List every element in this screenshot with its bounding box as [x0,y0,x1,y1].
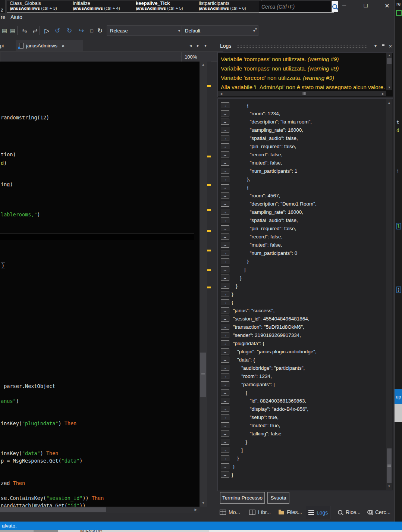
log-line[interactable]: →{ [218,298,385,306]
tab-janusadminws[interactable]: janusAdminws × [16,40,83,51]
stop-icon[interactable]: □ [87,26,96,35]
log-line[interactable]: → ] [218,265,385,273]
log-line[interactable]: → "muted": false, [218,241,385,249]
log-line[interactable]: → "id": 8824003681369863, [218,397,385,405]
panel-drag-handle[interactable] [236,45,368,48]
function-tab[interactable]: keepalive_TickjanusAdminws (ctrl + 5) [133,0,198,13]
log-line[interactable]: → { [218,183,385,191]
log-line[interactable]: → "talking": false [218,429,385,438]
log-line[interactable]: → "muted": true, [218,421,385,429]
bookmark-mark[interactable] [207,250,211,251]
log-line[interactable]: → "record": false, [218,232,385,241]
log-line[interactable]: → "pin_required": false, [218,224,385,232]
debug-step-out-icon[interactable]: ↪ [77,26,86,35]
tool-tab-libr[interactable]: Libr... [247,506,273,519]
debug-step-over-icon[interactable]: ↻ [65,26,74,35]
debug-step-into-icon[interactable]: ↺ [53,26,62,35]
module-back-icon[interactable]: ⇆ [20,26,29,35]
editor-horizontal-scrollbar[interactable]: ▶ [0,507,200,513]
log-line[interactable]: → "room": 1234, [218,372,385,380]
function-tab[interactable]: InitializejanusAdminws (ctrl + 4) [70,0,135,13]
log-line[interactable]: → "sampling_rate": 16000, [218,208,385,216]
function-tab[interactable]: listparticipantsjanusAdminws (ctrl + 6) [196,0,261,13]
scroll-up-icon[interactable]: ▲ [386,100,392,105]
bookmark-mark[interactable] [207,230,211,232]
log-line[interactable]: → "num_participants": 1 [218,167,385,175]
log-line[interactable]: → "num_participants": 0 [218,249,385,257]
bookmark-mark[interactable] [207,287,211,288]
previous-tab-fragment[interactable]: pi [0,43,4,48]
menu-item-partial[interactable]: re [1,14,5,20]
log-line[interactable]: → "sender": 2190193269917334, [218,331,385,339]
logs-panel-header[interactable]: Logs ▾ × [216,41,394,51]
function-tab[interactable]: Class_GlobalsjanusAdminws (ctrl + 3) [7,0,72,13]
tab-scroll-left-icon[interactable]: ◂ [189,43,192,48]
log-line[interactable]: → "transaction": "5uDf91d8OkM6", [218,323,385,331]
scroll-right-icon[interactable]: ▶ [380,91,386,96]
tab-scroll-right-icon[interactable]: ▸ [197,43,199,48]
warning-item[interactable]: Variabile 'roompass' non utilizzata. (wa… [218,64,386,73]
tool-tab-logs[interactable]: Logs [306,506,330,519]
member-select[interactable]: ▾ [0,51,186,62]
scroll-left-icon[interactable]: ◀ [218,91,224,96]
scroll-up-icon[interactable]: ▲ [200,62,207,68]
scroll-down-icon[interactable]: ▼ [200,500,207,506]
panel-close-icon[interactable]: × [387,43,394,49]
log-line[interactable]: → "plugindata": { [218,339,385,347]
log-line[interactable]: → "description": "Demo1 Room", [218,200,385,208]
log-line[interactable]: → "session_id": 4554048496481864, [218,314,385,323]
bookmark-mark[interactable] [207,269,211,271]
tool-tab-mo[interactable]: Mo... [217,506,242,519]
warnings-scrollbar-thumb[interactable] [387,58,392,64]
minimize-button[interactable]: ─ [336,0,352,11]
log-line[interactable]: → "sampling_rate": 16000, [218,126,385,134]
log-line[interactable]: → } [218,462,385,470]
run-icon[interactable]: ▷ [43,26,51,35]
function-tab-partial[interactable]: 2 [0,0,6,13]
log-vertical-scrollbar[interactable]: ▲ ▼ [386,99,392,490]
log-line[interactable]: → "audiobridge": "participants", [218,364,385,372]
scroll-up-icon[interactable]: ▲ [386,53,392,58]
log-line[interactable]: → "plugin": "janus.plugin.audiobridge", [218,347,385,356]
log-line[interactable]: →} [218,470,385,479]
module-forward-icon[interactable]: ⇄ [31,26,40,35]
tab-close-icon[interactable]: × [62,43,65,49]
bookmark-mark[interactable] [207,156,211,157]
log-line[interactable]: → "room": 4567, [218,191,385,200]
scroll-right-icon[interactable]: ▶ [193,508,199,511]
warning-item[interactable]: Variabile 'roompass' non utilizzata. (wa… [218,54,386,64]
tab-list-icon[interactable]: ▾ [204,43,207,48]
editor-vertical-scrollbar[interactable]: ▲ ▼ [200,62,207,507]
menu-item-aiuto[interactable]: Aiuto [10,14,22,20]
search-input[interactable] [259,1,332,12]
log-line[interactable]: → "pin_required": false, [218,142,385,150]
scroll-down-icon[interactable]: ▼ [386,484,392,489]
restart-icon[interactable]: ↻ [95,26,104,35]
log-line[interactable]: → ] [218,446,385,454]
log-line[interactable]: → "spatial_audio": false, [218,216,385,224]
bookmark-mark[interactable] [207,184,211,186]
terminate-process-button[interactable]: Termina Processo [220,492,265,504]
log-line[interactable]: → } [218,454,385,462]
build-configuration-select[interactable]: Release ▾ [107,25,183,36]
log-line[interactable]: → "participants": [ [218,380,385,388]
zoom-select[interactable]: 100% ▾ [181,51,223,62]
clear-logs-button[interactable]: Svuota [267,492,289,504]
log-line[interactable]: → "setup": true, [218,413,385,421]
editor-splitter[interactable] [0,234,194,240]
tool-tab-rice[interactable]: Rice... [335,506,363,519]
log-line[interactable]: → { [218,101,385,109]
log-line[interactable]: → "data": { [218,356,385,364]
log-line[interactable]: → } [218,273,385,282]
comment-doc-icon[interactable]: ▤ [8,26,17,35]
panel-position-icon[interactable]: ▾ [372,43,379,48]
tool-tab-cerc[interactable]: Cerc... [365,506,393,519]
log-line[interactable]: → "spatial_audio": false, [218,134,385,142]
log-line[interactable]: → "janus": "success", [218,306,385,314]
platform-select[interactable]: Default ▾ [182,25,258,36]
log-line[interactable]: → }, [218,175,385,183]
log-line[interactable]: →} [218,290,385,298]
log-scrollbar-thumb[interactable] [387,448,392,483]
maximize-button[interactable]: □ [358,0,374,11]
new-doc-icon[interactable]: ▤ [0,26,9,35]
